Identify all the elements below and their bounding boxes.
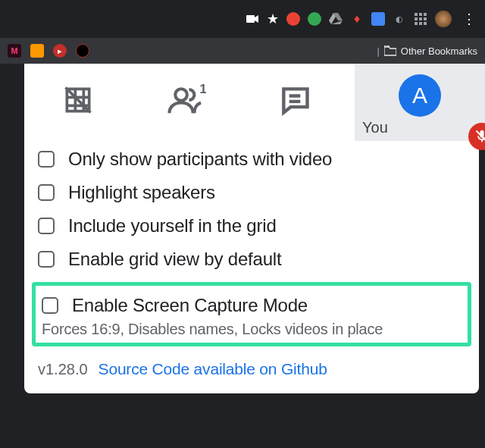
self-view-tile[interactable]: A You	[355, 64, 485, 141]
tab-people[interactable]: 1	[133, 64, 241, 136]
camera-icon[interactable]	[246, 12, 259, 26]
ext-grid-icon[interactable]	[414, 12, 427, 26]
ext-drive-icon[interactable]	[329, 12, 343, 26]
svg-rect-9	[424, 22, 427, 25]
screen-capture-highlight: Enable Screen Capture Mode Forces 16:9, …	[32, 282, 471, 346]
bookmark-dark-circle-icon[interactable]	[76, 44, 89, 58]
ext-bulb-icon[interactable]: ◐	[393, 12, 406, 26]
tab-chat[interactable]	[241, 64, 349, 136]
source-code-link[interactable]: Source Code available on Github	[99, 360, 327, 378]
option-highlight-speakers[interactable]: Highlight speakers	[38, 176, 465, 209]
star-icon[interactable]: ★	[267, 12, 279, 26]
checkbox[interactable]	[42, 297, 58, 314]
option-only-video[interactable]: Only show participants with video	[38, 143, 465, 176]
self-view-label: You	[362, 119, 388, 136]
ext-blue-square-icon[interactable]	[371, 12, 385, 26]
svg-rect-0	[246, 15, 255, 23]
checkbox[interactable]	[38, 151, 55, 168]
browser-menu-icon[interactable]: ⋮	[459, 11, 479, 27]
bookmark-orange-icon[interactable]	[30, 44, 44, 58]
option-label: Enable grid view by default	[68, 249, 281, 270]
svg-rect-3	[424, 13, 427, 16]
browser-toolbar: ★ ♦ ◐ ⋮	[0, 0, 485, 38]
svg-text:1: 1	[200, 83, 207, 96]
option-screen-capture[interactable]: Enable Screen Capture Mode	[42, 293, 462, 318]
svg-rect-2	[419, 13, 422, 16]
option-label: Only show participants with video	[68, 149, 332, 170]
screen-capture-description: Forces 16:9, Disables names, Locks video…	[42, 321, 462, 338]
checkbox[interactable]	[38, 218, 55, 234]
option-label: Enable Screen Capture Mode	[72, 295, 308, 316]
option-default-grid[interactable]: Enable grid view by default	[38, 243, 465, 276]
chat-icon	[278, 83, 311, 117]
option-include-self[interactable]: Include yourself in the grid	[38, 209, 465, 243]
svg-point-10	[176, 89, 188, 101]
popup-footer: v1.28.0 Source Code available on Github	[24, 346, 479, 378]
bookmark-play-icon[interactable]: ▸	[53, 44, 67, 58]
ext-red-icon[interactable]	[286, 12, 300, 26]
option-label: Include yourself in the grid	[68, 215, 277, 237]
option-label: Highlight speakers	[68, 182, 215, 203]
svg-rect-4	[415, 17, 418, 20]
svg-rect-5	[419, 17, 422, 20]
options-list: Only show participants with video Highli…	[24, 136, 479, 276]
folder-icon	[384, 45, 396, 56]
bookmark-separator: |	[377, 45, 379, 57]
checkbox[interactable]	[38, 184, 55, 201]
people-icon: 1	[167, 83, 206, 117]
svg-rect-7	[415, 22, 418, 25]
bookmark-m-icon[interactable]: M	[8, 44, 21, 58]
other-bookmarks-button[interactable]: | Other Bookmarks	[377, 45, 477, 57]
tab-layout[interactable]	[24, 64, 133, 136]
avatar: A	[399, 74, 441, 117]
grid-off-icon	[61, 83, 95, 117]
version-label: v1.28.0	[38, 361, 88, 378]
checkbox[interactable]	[38, 251, 55, 268]
svg-rect-8	[419, 22, 422, 25]
svg-rect-6	[424, 17, 427, 20]
ext-green-circle-icon[interactable]	[308, 12, 321, 26]
other-bookmarks-label: Other Bookmarks	[401, 45, 477, 57]
ext-shield-icon[interactable]: ♦	[350, 12, 364, 26]
svg-rect-1	[415, 13, 418, 16]
profile-avatar-icon[interactable]	[435, 11, 452, 27]
bookmarks-bar: M ▸ | Other Bookmarks	[0, 38, 485, 64]
